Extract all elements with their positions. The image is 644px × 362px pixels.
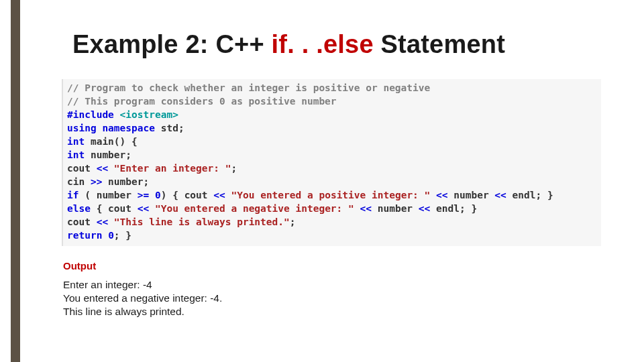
code-op: <<: [360, 203, 372, 214]
code-op: <<: [436, 190, 447, 200]
code-text: cout: [67, 217, 97, 227]
title-pre: Example 2: C++: [72, 30, 272, 58]
code-text: number: [372, 203, 419, 214]
code-keyword: else: [67, 203, 91, 214]
code-text: ;: [290, 217, 296, 227]
code-keyword: #include: [67, 109, 114, 120]
code-text: number: [85, 149, 125, 160]
code-text: main: [85, 136, 114, 147]
code-text: number: [448, 190, 495, 200]
code-op: >=: [138, 190, 149, 200]
code-block: // Program to check whether an integer i…: [62, 79, 601, 246]
code-text: () {: [114, 136, 138, 147]
code-text: endl: [430, 203, 460, 214]
code-op: <<: [494, 190, 506, 200]
code-op: <<: [213, 190, 225, 200]
code-text: [149, 203, 155, 214]
code-text: [430, 190, 436, 200]
title-keyword: if. . .else: [272, 30, 374, 58]
code-keyword: using: [67, 123, 97, 133]
code-number: 0: [108, 230, 114, 241]
code-text: [102, 230, 108, 241]
code-text: ;: [231, 163, 237, 174]
slide: Example 2: C++ if. . .else Statement // …: [0, 0, 644, 362]
code-text: ;: [178, 123, 184, 133]
code-comment: // Program to check whether an integer i…: [67, 82, 430, 93]
code-text: ) { cout: [161, 190, 214, 200]
code-op: >>: [91, 176, 102, 187]
output-heading: Output: [63, 260, 96, 272]
code-text: [225, 190, 231, 200]
code-text: endl: [506, 190, 536, 200]
title-post: Statement: [374, 30, 505, 58]
code-keyword: return: [67, 230, 102, 241]
code-text: ; }: [535, 190, 553, 200]
code-text: [108, 163, 114, 174]
code-text: cin: [67, 176, 91, 187]
code-text: [354, 203, 360, 214]
code-text: std: [155, 123, 178, 133]
code-text: ( number: [78, 190, 137, 200]
code-text: ; }: [114, 230, 131, 241]
code-keyword: int: [67, 149, 85, 160]
slide-title: Example 2: C++ if. . .else Statement: [72, 30, 505, 59]
code-op: <<: [419, 203, 430, 214]
code-text: cout: [67, 163, 97, 174]
code-include: <iostream>: [114, 109, 178, 120]
left-rail: [11, 0, 20, 362]
output-text: Enter an integer: -4 You entered a negat…: [63, 278, 222, 318]
code-op: <<: [97, 217, 108, 227]
code-op: <<: [97, 163, 108, 174]
code-text: ;: [144, 176, 150, 187]
code-op: <<: [138, 203, 149, 214]
code-text: ; }: [460, 203, 477, 214]
code-text: number: [102, 176, 143, 187]
code-keyword: if: [67, 190, 78, 200]
code-text: [149, 190, 155, 200]
code-text: { cout: [91, 203, 138, 214]
code-text: [108, 217, 114, 227]
code-string: "You entered a positive integer: ": [231, 190, 431, 200]
code-comment: // This program considers 0 as positive …: [67, 96, 337, 107]
code-keyword: int: [67, 136, 85, 147]
code-text: ;: [125, 149, 131, 160]
code-string: "You entered a negative integer: ": [155, 203, 354, 214]
code-string: "This line is always printed.": [114, 217, 290, 227]
code-number: 0: [155, 190, 161, 200]
code-keyword: namespace: [97, 123, 155, 133]
code-string: "Enter an integer: ": [114, 163, 231, 174]
